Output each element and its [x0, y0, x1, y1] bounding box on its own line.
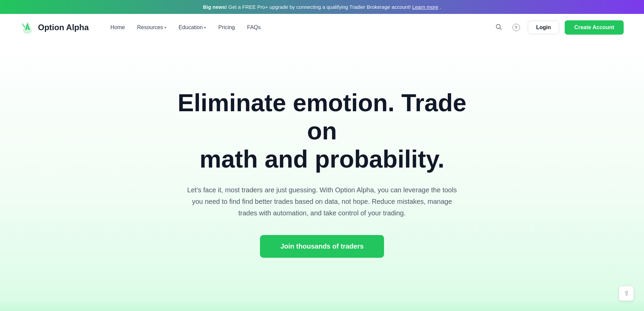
- hero-subtitle: Let's face it, most traders are just gue…: [186, 184, 458, 219]
- nav-item-education[interactable]: Education ▾: [174, 22, 211, 33]
- login-button[interactable]: Login: [528, 21, 560, 34]
- join-traders-button[interactable]: Join thousands of traders: [260, 235, 384, 258]
- logo-text: Option Alpha: [38, 23, 89, 32]
- scroll-up-button[interactable]: ⇧: [619, 286, 634, 301]
- hero-title: Eliminate emotion. Trade on math and pro…: [169, 89, 475, 173]
- bottom-strip: [0, 299, 644, 311]
- nav-actions: ? Login Create Account: [492, 20, 624, 35]
- nav-links: Home Resources ▾ Education ▾ Pricing FAQ…: [106, 22, 492, 33]
- logo[interactable]: Option Alpha: [20, 20, 89, 35]
- logo-icon: [20, 20, 35, 35]
- nav-item-resources[interactable]: Resources ▾: [132, 22, 171, 33]
- hero-section: Eliminate emotion. Trade on math and pro…: [0, 41, 644, 299]
- banner-prefix: Big news!: [203, 4, 227, 10]
- create-account-button[interactable]: Create Account: [565, 20, 624, 35]
- help-icon: ?: [512, 24, 520, 31]
- banner-learn-more-link[interactable]: Learn more: [412, 4, 438, 10]
- scroll-up-icon: ⇧: [624, 290, 629, 297]
- education-chevron-icon: ▾: [204, 25, 206, 30]
- resources-chevron-icon: ▾: [164, 25, 166, 30]
- navbar: Option Alpha Home Resources ▾ Education …: [0, 14, 644, 41]
- nav-item-pricing[interactable]: Pricing: [214, 22, 240, 33]
- svg-line-1: [500, 28, 501, 30]
- banner-suffix: .: [440, 4, 441, 10]
- announcement-banner: Big news! Get a FREE Pro+ upgrade by con…: [0, 0, 644, 14]
- nav-item-home[interactable]: Home: [106, 22, 130, 33]
- help-button[interactable]: ?: [510, 21, 522, 34]
- search-button[interactable]: [492, 21, 505, 34]
- banner-message: Get a FREE Pro+ upgrade by connecting a …: [228, 4, 412, 10]
- nav-item-faqs[interactable]: FAQs: [242, 22, 265, 33]
- search-icon: [495, 23, 502, 32]
